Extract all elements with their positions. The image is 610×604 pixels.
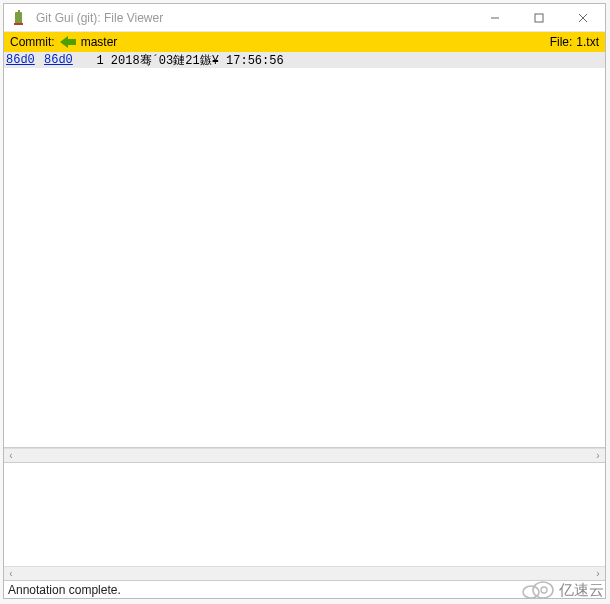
commit-hash-link-2[interactable]: 86d0 xyxy=(44,53,73,67)
file-label: File: xyxy=(550,35,573,49)
commit-bar: Commit: master File: 1.txt xyxy=(4,32,605,52)
window-title: Git Gui (git): File Viewer xyxy=(36,11,473,25)
status-bar: Annotation complete. xyxy=(4,580,605,598)
horizontal-scrollbar-top[interactable]: ‹ › xyxy=(4,448,605,462)
close-button[interactable] xyxy=(561,4,605,31)
maximize-button[interactable] xyxy=(517,4,561,31)
scroll-right-icon[interactable]: › xyxy=(591,568,605,580)
line-content: 1 2018骞´03鏈21鏃¥ 17:56:56 xyxy=(75,52,284,69)
horizontal-scrollbar-bottom[interactable]: ‹ › xyxy=(4,566,605,580)
svg-rect-2 xyxy=(14,23,23,25)
branch-name[interactable]: master xyxy=(81,35,118,49)
detail-pane[interactable] xyxy=(4,462,605,566)
scroll-right-icon[interactable]: › xyxy=(591,450,605,462)
window-controls xyxy=(473,4,605,31)
svg-marker-7 xyxy=(60,36,76,48)
status-text: Annotation complete. xyxy=(8,583,121,597)
scroll-left-icon[interactable]: ‹ xyxy=(4,568,18,580)
svg-rect-4 xyxy=(535,14,543,22)
commit-hash-link[interactable]: 86d0 xyxy=(6,53,35,67)
title-bar[interactable]: Git Gui (git): File Viewer xyxy=(4,4,605,32)
svg-rect-1 xyxy=(18,10,20,13)
file-section: File: 1.txt xyxy=(550,35,599,49)
app-icon xyxy=(10,8,30,28)
annotation-row: 86d0 86d0 1 2018骞´03鏈21鏃¥ 17:56:56 xyxy=(4,52,605,68)
file-name: 1.txt xyxy=(576,35,599,49)
scroll-left-icon[interactable]: ‹ xyxy=(4,450,18,462)
minimize-button[interactable] xyxy=(473,4,517,31)
file-content-pane[interactable] xyxy=(4,68,605,448)
svg-rect-0 xyxy=(15,12,22,24)
commit-label: Commit: xyxy=(10,35,55,49)
app-window: Git Gui (git): File Viewer Commit: maste… xyxy=(3,3,606,599)
back-arrow-icon[interactable] xyxy=(59,35,77,49)
